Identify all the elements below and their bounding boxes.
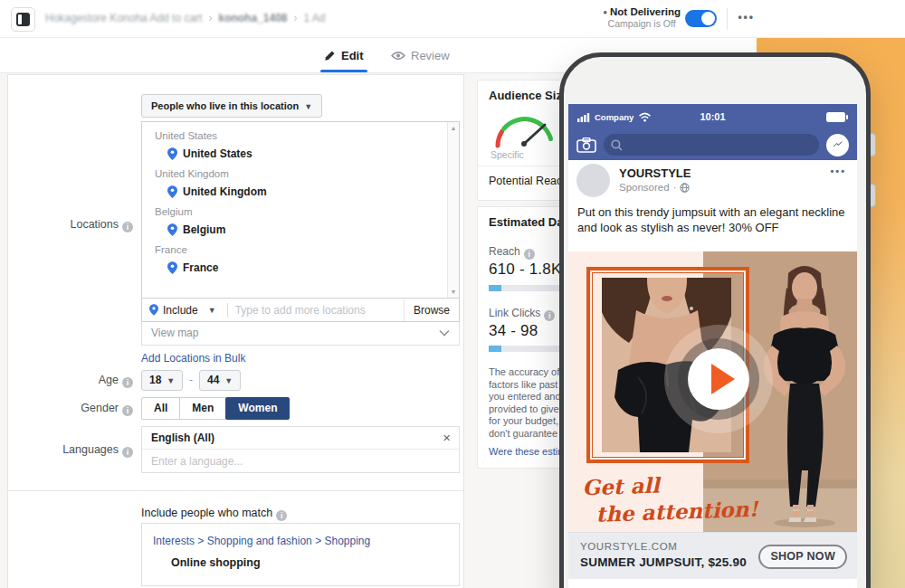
facebook-header — [568, 129, 857, 160]
post-menu-button[interactable]: ••• — [830, 166, 846, 176]
gender-option-men[interactable]: Men — [179, 397, 226, 420]
reach-label: Reachi — [489, 245, 535, 260]
divider — [8, 490, 463, 491]
breadcrumb-ad[interactable]: 1 Ad — [304, 12, 326, 24]
status-dot-icon: ● — [603, 8, 607, 16]
locations-label: Locationsi — [33, 218, 133, 232]
chevron-right-icon: › — [294, 12, 298, 24]
top-bar: Hokagestore Konoha Add to cart›konoha_14… — [0, 0, 905, 38]
location-group-label: United States — [155, 130, 459, 141]
video-play-button[interactable] — [688, 348, 749, 410]
sidebar-collapse-button[interactable] — [11, 7, 35, 32]
tab-edit[interactable]: Edit — [324, 38, 364, 72]
info-icon[interactable]: i — [122, 405, 133, 416]
caret-down-icon: ▼ — [208, 306, 216, 315]
audience-gauge — [489, 106, 561, 149]
selected-locations-list: United States United States United Kingd… — [141, 121, 460, 299]
location-item[interactable]: Belgium — [167, 223, 459, 236]
sponsored-row: Sponsored· — [619, 182, 690, 193]
tab-review-label: Review — [411, 49, 450, 62]
languages-label: Languagesi — [33, 443, 133, 458]
detailed-targeting-label: Include people who matchi — [141, 507, 287, 521]
messenger-bolt-icon — [831, 138, 844, 151]
breadcrumb: Hokagestore Konoha Add to cart›konoha_14… — [45, 12, 326, 24]
caret-down-icon: ▼ — [224, 376, 233, 385]
location-item[interactable]: France — [167, 261, 459, 274]
ad-primary-text: Put on this trendy jumpsuit with an eleg… — [577, 205, 849, 236]
language-input[interactable] — [142, 450, 459, 472]
add-locations-bulk-link[interactable]: Add Locations in Bulk — [141, 352, 245, 365]
gender-label: Genderi — [33, 402, 133, 416]
gauge-specific-label: Specific — [491, 149, 524, 160]
age-range-dash: - — [189, 374, 193, 386]
breadcrumb-campaign[interactable]: Hokagestore Konoha Add to cart — [45, 12, 202, 24]
scroll-down-icon[interactable]: ▼ — [448, 289, 459, 295]
info-icon[interactable]: i — [122, 222, 133, 232]
tab-review[interactable]: Review — [391, 38, 450, 72]
phone-screen: Company 10:01 — [568, 104, 857, 588]
ad-link-footer[interactable]: YOURSTYLE.COM SUMMER JUMPSUIT, $25.90 SH… — [568, 532, 857, 579]
map-pin-icon — [149, 304, 158, 316]
delivery-status: ●Not Delivering Campaign is Off — [603, 6, 681, 29]
info-icon[interactable]: i — [544, 310, 555, 321]
eye-icon — [391, 51, 405, 61]
age-max-dropdown[interactable]: 44▼ — [199, 370, 241, 391]
search-icon — [611, 139, 623, 151]
messenger-button[interactable] — [826, 134, 849, 156]
map-pin-icon — [167, 223, 177, 236]
location-group-label: Belgium — [155, 206, 459, 217]
sidebar-layout-icon — [16, 13, 30, 26]
globe-icon — [680, 183, 690, 193]
ad-domain: YOURSTYLE.COM — [580, 541, 677, 552]
chevron-down-icon — [439, 329, 450, 337]
map-pin-icon — [167, 147, 177, 160]
divider — [727, 8, 728, 30]
audience-size-title: Audience Size — [489, 89, 568, 102]
breadcrumb-adset[interactable]: konoha_1408 — [218, 12, 287, 24]
campaign-toggle[interactable] — [685, 10, 717, 27]
remove-language-icon[interactable]: × — [443, 427, 451, 449]
location-group-label: France — [155, 244, 459, 255]
gender-option-all[interactable]: All — [141, 397, 180, 420]
phone-mockup: Company 10:01 — [559, 52, 871, 588]
toggle-knob — [701, 12, 715, 25]
phone-status-bar: Company 10:01 — [568, 104, 857, 129]
info-icon[interactable]: i — [524, 249, 535, 260]
age-min-dropdown[interactable]: 18▼ — [141, 370, 183, 391]
page-avatar[interactable] — [576, 164, 610, 197]
delivery-substatus-text: Campaign is Off — [603, 18, 681, 29]
reach-value: 610 - 1.8K — [489, 261, 561, 279]
scroll-up-icon[interactable]: ▲ — [448, 125, 459, 131]
page-name[interactable]: YOURSTYLE — [619, 166, 691, 180]
location-item[interactable]: United Kingdom — [167, 185, 459, 198]
view-map-accordion[interactable]: View map — [141, 322, 460, 346]
map-pin-icon — [167, 185, 177, 198]
shop-now-button[interactable]: SHOP NOW — [758, 545, 847, 569]
gender-option-women[interactable]: Women — [225, 397, 290, 420]
ad-set-edit-panel: Locationsi People who live in this locat… — [7, 74, 464, 588]
gender-segmented-control: All Men Women — [141, 397, 290, 420]
list-scrollbar[interactable]: ▲▼ — [447, 122, 459, 298]
browse-button[interactable]: Browse — [404, 299, 459, 321]
ad-creative[interactable]: Get all the attention! — [568, 251, 857, 532]
info-icon[interactable]: i — [122, 377, 133, 388]
languages-box: English (All) × — [141, 426, 460, 473]
clock: 10:01 — [568, 111, 857, 122]
chevron-right-icon: › — [208, 12, 212, 24]
interest-path-link[interactable]: Interests > Shopping and fashion > Shopp… — [153, 535, 370, 547]
play-icon — [711, 364, 735, 394]
add-location-input[interactable] — [235, 304, 404, 317]
include-dropdown[interactable]: Include▼ — [149, 304, 216, 317]
caret-down-icon: ▼ — [304, 102, 312, 111]
info-icon[interactable]: i — [122, 447, 133, 458]
search-input[interactable] — [604, 134, 819, 156]
location-type-dropdown[interactable]: People who live in this location▼ — [141, 94, 322, 118]
battery-icon — [826, 112, 848, 122]
info-icon[interactable]: i — [276, 510, 287, 521]
detailed-targeting-box[interactable]: Interests > Shopping and fashion > Shopp… — [141, 523, 460, 586]
camera-icon[interactable] — [576, 138, 596, 153]
location-item[interactable]: United States — [167, 147, 459, 160]
add-location-row: Include▼ Browse — [141, 299, 460, 322]
potential-reach-label: Potential Reach — [489, 175, 568, 187]
more-options-button[interactable]: ••• — [738, 11, 755, 24]
